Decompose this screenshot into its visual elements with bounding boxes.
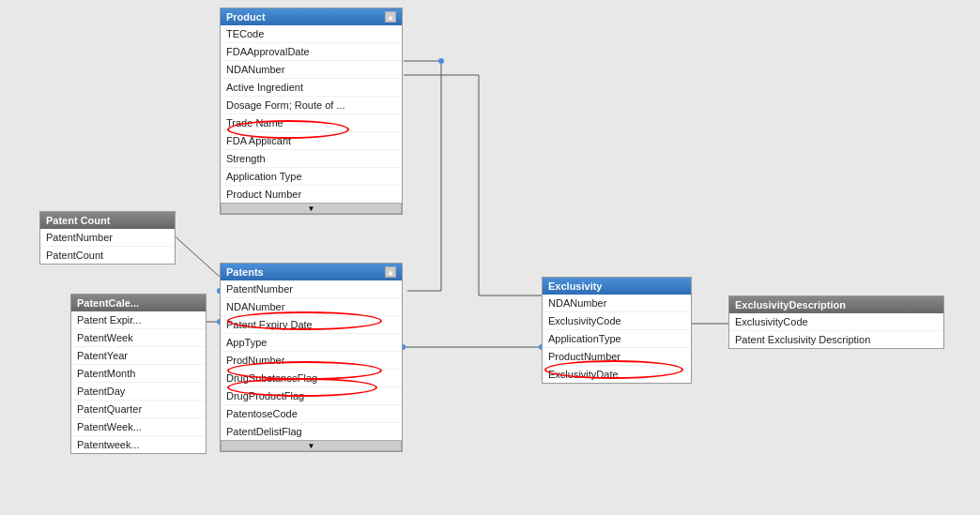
field-fdaapprovaldate: FDAApprovalDate bbox=[221, 43, 402, 61]
product-header: Product ▲ bbox=[221, 8, 402, 25]
field-patent-excl-desc: Patent Exclusivity Description bbox=[729, 331, 943, 348]
patents-entity: Patents ▲ PatentNumber NDANumber Patent … bbox=[220, 263, 403, 452]
patent-cale-fields: Patent Expir... PatentWeek PatentYear Pa… bbox=[71, 311, 206, 453]
patent-cale-header: PatentCale... bbox=[71, 295, 206, 311]
patent-cale-title: PatentCale... bbox=[77, 297, 139, 309]
exclusivity-entity: Exclusivity NDANumber ExclusivityCode Ap… bbox=[542, 277, 692, 384]
product-scroll-down[interactable]: ▼ bbox=[221, 203, 402, 214]
field-active-ingredient: Active Ingredient bbox=[221, 79, 402, 97]
field-patentdelistflag: PatentDelistFlag bbox=[221, 423, 402, 440]
product-fields: TECode FDAApprovalDate NDANumber Active … bbox=[221, 25, 402, 203]
field-patentday: PatentDay bbox=[71, 383, 206, 401]
field-patents-ndanumber: NDANumber bbox=[221, 298, 402, 316]
patent-count-header: Patent Count bbox=[40, 212, 175, 229]
patents-scroll-up[interactable]: ▲ bbox=[385, 266, 396, 278]
field-strength: Strength bbox=[221, 150, 402, 168]
field-patentweek2: PatentWeek... bbox=[71, 418, 206, 436]
field-drugsubstanceflag: DrugSubstanceFlag bbox=[221, 370, 402, 387]
field-patentquarter: PatentQuarter bbox=[71, 401, 206, 418]
exclusivity-fields: NDANumber ExclusivityCode ApplicationTyp… bbox=[543, 295, 691, 383]
svg-line-11 bbox=[171, 233, 220, 277]
patents-title: Patents bbox=[226, 266, 264, 278]
product-entity: Product ▲ TECode FDAApprovalDate NDANumb… bbox=[220, 8, 403, 215]
field-patentmonth: PatentMonth bbox=[71, 365, 206, 383]
exclusivity-title: Exclusivity bbox=[548, 280, 602, 292]
field-fda-applicant: FDA Applicant bbox=[221, 132, 402, 150]
exclusivity-desc-entity: ExclusivityDescription ExclusivityCode P… bbox=[728, 295, 944, 349]
patents-scroll-down[interactable]: ▼ bbox=[221, 440, 402, 451]
patent-cale-entity: PatentCale... Patent Expir... PatentWeek… bbox=[70, 294, 207, 454]
field-patent-expir: Patent Expir... bbox=[71, 311, 206, 329]
field-excl-ndanumber: NDANumber bbox=[543, 295, 691, 312]
field-ndanumber: NDANumber bbox=[221, 61, 402, 79]
field-application-type: Application Type bbox=[221, 168, 402, 186]
field-excl-apptype: ApplicationType bbox=[543, 330, 691, 348]
svg-point-3 bbox=[438, 58, 444, 64]
patents-fields: PatentNumber NDANumber Patent Expiry Dat… bbox=[221, 280, 402, 440]
field-tecode: TECode bbox=[221, 25, 402, 43]
field-trade-name: Trade Name bbox=[221, 114, 402, 132]
field-patentosecode: PatentoseCode bbox=[221, 405, 402, 423]
field-drugproductflag: DrugProductFlag bbox=[221, 387, 402, 405]
field-prodnumber: ProdNumber bbox=[221, 352, 402, 370]
field-patentweek3: Patentweek... bbox=[71, 436, 206, 453]
field-product-number: Product Number bbox=[221, 186, 402, 203]
product-title: Product bbox=[226, 11, 266, 23]
field-excl-date: ExclusivityDate bbox=[543, 366, 691, 383]
patent-count-entity: Patent Count PatentNumber PatentCount bbox=[39, 211, 176, 265]
field-patent-expiry-date: Patent Expiry Date bbox=[221, 316, 402, 334]
product-scroll-up[interactable]: ▲ bbox=[385, 11, 396, 23]
field-patentweek: PatentWeek bbox=[71, 329, 206, 347]
exclusivity-desc-title: ExclusivityDescription bbox=[735, 299, 846, 311]
field-excl-code: ExclusivityCode bbox=[543, 312, 691, 330]
exclusivity-desc-fields: ExclusivityCode Patent Exclusivity Descr… bbox=[729, 313, 943, 348]
patent-count-title: Patent Count bbox=[46, 215, 110, 226]
field-apptype: AppType bbox=[221, 334, 402, 352]
field-patents-patentnumber: PatentNumber bbox=[221, 280, 402, 298]
diagram-canvas: Product ▲ TECode FDAApprovalDate NDANumb… bbox=[0, 0, 980, 515]
exclusivity-header: Exclusivity bbox=[543, 278, 691, 295]
patents-header: Patents ▲ bbox=[221, 264, 402, 280]
field-patentnumber-count: PatentNumber bbox=[40, 229, 175, 247]
field-dosage-form: Dosage Form; Route of ... bbox=[221, 97, 402, 114]
exclusivity-desc-header: ExclusivityDescription bbox=[729, 296, 943, 313]
field-patentyear: PatentYear bbox=[71, 347, 206, 365]
field-desc-excl-code: ExclusivityCode bbox=[729, 313, 943, 331]
patent-count-fields: PatentNumber PatentCount bbox=[40, 229, 175, 264]
field-excl-productnumber: ProductNumber bbox=[543, 348, 691, 366]
field-patentcount: PatentCount bbox=[40, 247, 175, 264]
